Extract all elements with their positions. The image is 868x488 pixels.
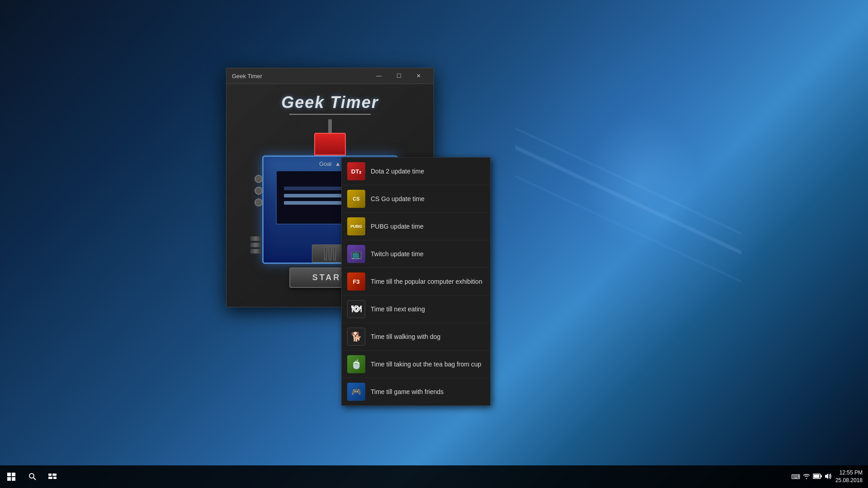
svg-rect-3 [12, 477, 15, 481]
window-titlebar: Geek Timer — ☐ ✕ [226, 68, 434, 84]
svg-rect-12 [813, 475, 819, 478]
pipe-1 [250, 236, 261, 241]
app-logo-area: Geek Timer [226, 84, 434, 115]
game-icon: 🎮 [347, 383, 365, 401]
clock-time: 12:55 PM [835, 469, 863, 477]
dropdown-item-food[interactable]: 🍽Time till next eating [342, 296, 490, 323]
svg-rect-9 [53, 477, 57, 479]
tea-label: Time till taking out the tea bag from cu… [371, 360, 481, 368]
window-title: Geek Timer [232, 73, 369, 80]
svg-line-5 [33, 478, 36, 480]
csgo-label: CS Go update time [371, 195, 425, 203]
machine-stem-top [328, 119, 332, 133]
knob-1 [255, 175, 263, 183]
svg-rect-1 [12, 473, 15, 476]
knob-2 [255, 187, 263, 195]
svg-rect-11 [821, 475, 822, 478]
machine-red-top [314, 133, 346, 155]
dropdown-item-game[interactable]: 🎮Time till game with friends [342, 378, 490, 405]
goal-label: Goal ▲ [319, 160, 341, 167]
clock-date: 25.08.2018 [835, 477, 863, 484]
dog-label: Time till walking with dog [371, 333, 440, 341]
twitch-icon: 📺 [347, 245, 365, 263]
csgo-icon: CS [347, 190, 365, 208]
desktop-decoration [515, 36, 741, 330]
dropdown-item-csgo[interactable]: CSCS Go update time [342, 185, 490, 213]
goal-dropdown-menu: DT₂Dota 2 update timeCSCS Go update time… [341, 157, 491, 406]
volume-icon [825, 473, 832, 481]
svg-rect-8 [48, 477, 52, 479]
app-logo-text: Geek Timer [226, 93, 434, 112]
taskbar-search-button[interactable] [23, 467, 42, 487]
chip-pin-3 [333, 247, 336, 260]
dropdown-item-f3[interactable]: F3Time till the popular computer exhibit… [342, 268, 490, 296]
taskbar-right-area: ⌨ [791, 469, 868, 484]
dropdown-item-dog[interactable]: 🐕Time till walking with dog [342, 323, 490, 351]
knob-3 [255, 198, 263, 206]
svg-rect-0 [7, 473, 11, 476]
tea-icon: 🍵 [347, 355, 365, 373]
screen-line-3 [284, 201, 349, 205]
pubg-label: PUBG update time [371, 222, 424, 230]
battery-icon [813, 473, 822, 480]
dota2-label: Dota 2 update time [371, 167, 424, 175]
pubg-icon: PUBG [347, 217, 365, 235]
f3-label: Time till the popular computer exhibitio… [371, 277, 482, 286]
chip-pin-1 [324, 247, 327, 260]
wifi-icon [803, 473, 810, 480]
system-clock[interactable]: 12:55 PM 25.08.2018 [835, 469, 863, 484]
chip-pin-2 [329, 247, 331, 260]
f3-icon: F3 [347, 272, 365, 291]
pipe-2 [250, 243, 261, 247]
machine-knobs [255, 175, 263, 206]
dropdown-item-twitch[interactable]: 📺Twitch update time [342, 240, 490, 268]
keyboard-icon: ⌨ [791, 473, 800, 480]
machine-pipes [250, 236, 261, 253]
start-menu-button[interactable] [0, 465, 23, 488]
food-label: Time till next eating [371, 305, 425, 313]
svg-rect-6 [48, 474, 52, 476]
svg-rect-7 [52, 474, 57, 476]
svg-rect-2 [7, 477, 11, 481]
svg-point-4 [29, 474, 34, 478]
dropdown-item-tea[interactable]: 🍵Time till taking out the tea bag from c… [342, 351, 490, 378]
dropdown-item-dota2[interactable]: DT₂Dota 2 update time [342, 158, 490, 185]
window-controls: — ☐ ✕ [369, 69, 428, 83]
game-label: Time till game with friends [371, 388, 443, 396]
minimize-button[interactable]: — [369, 69, 388, 83]
dota2-icon: DT₂ [347, 162, 365, 180]
goal-arrow-icon: ▲ [335, 160, 341, 167]
taskbar: ⌨ [0, 465, 868, 488]
pipe-3 [250, 249, 261, 253]
logo-underline [289, 114, 371, 115]
taskbar-system-icons: ⌨ [791, 473, 832, 481]
food-icon: 🍽 [347, 300, 365, 318]
twitch-label: Twitch update time [371, 250, 424, 258]
maximize-button[interactable]: ☐ [389, 69, 408, 83]
taskbar-task-view-button[interactable] [42, 467, 62, 487]
dropdown-item-pubg[interactable]: PUBGPUBG update time [342, 213, 490, 240]
dog-icon: 🐕 [347, 328, 365, 346]
close-button[interactable]: ✕ [409, 69, 428, 83]
